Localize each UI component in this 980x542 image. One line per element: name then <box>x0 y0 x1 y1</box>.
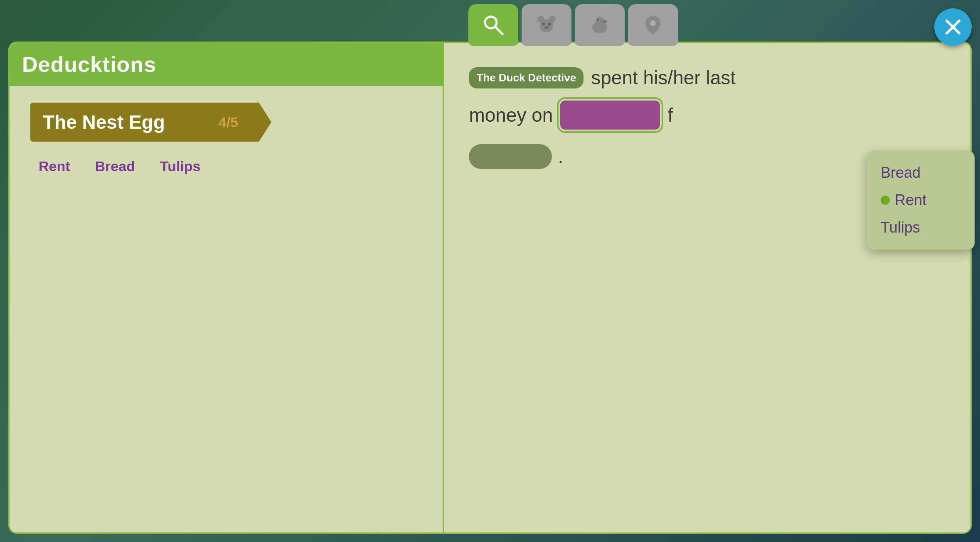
right-page: The Duck Detective spent his/her last mo… <box>444 42 972 534</box>
book-container: Deducktions The Nest Egg 4/5 Rent Bread … <box>8 42 972 534</box>
top-navigation <box>0 0 980 50</box>
location-icon <box>640 12 665 37</box>
left-page: Deducktions The Nest Egg 4/5 Rent Bread … <box>8 42 444 534</box>
dropdown-item-tulips[interactable]: Tulips <box>871 214 970 241</box>
svg-point-12 <box>650 20 656 26</box>
dropdown-item-rent[interactable]: Rent <box>871 186 970 214</box>
svg-line-1 <box>495 27 502 34</box>
search-icon <box>481 12 506 37</box>
nav-tab-location[interactable] <box>628 4 678 46</box>
nav-tab-duck[interactable] <box>575 4 625 46</box>
sentence-part3: f <box>667 101 673 130</box>
text-line-2: money on f <box>469 101 946 130</box>
nav-tab-bear[interactable] <box>522 4 571 46</box>
svg-point-7 <box>544 26 549 29</box>
chapter-progress: 4/5 <box>219 114 255 130</box>
nav-tabs-container <box>468 4 678 46</box>
chapter-banner: The Nest Egg 4/5 <box>30 103 422 142</box>
answer-slot-secondary[interactable] <box>469 144 552 169</box>
svg-point-6 <box>548 23 551 25</box>
svg-point-10 <box>602 20 607 23</box>
svg-point-3 <box>537 16 544 22</box>
clue-tulips[interactable]: Tulips <box>160 158 201 174</box>
sentence-part1: spent his/her last <box>591 64 736 92</box>
bear-icon <box>534 12 559 37</box>
detective-tag: The Duck Detective <box>469 67 584 88</box>
dropdown-item-rent-label: Rent <box>895 191 926 209</box>
svg-point-4 <box>549 16 556 22</box>
deducktions-title: Deducktions <box>22 52 156 76</box>
clue-labels: Rent Bread Tulips <box>30 158 422 174</box>
dropdown-menu: Bread Rent Tulips <box>867 151 975 250</box>
chapter-name: The Nest Egg <box>43 111 165 133</box>
svg-point-11 <box>597 19 599 21</box>
svg-point-5 <box>542 23 545 25</box>
dropdown-item-bread[interactable]: Bread <box>871 159 970 186</box>
clue-bread[interactable]: Bread <box>95 158 135 174</box>
close-icon <box>943 17 963 37</box>
sentence-part2: money on <box>469 101 553 130</box>
duck-icon <box>587 12 612 37</box>
clue-rent[interactable]: Rent <box>39 158 70 174</box>
text-line-1: The Duck Detective spent his/her last <box>469 64 946 92</box>
answer-slot-primary[interactable] <box>560 101 660 130</box>
nav-tab-search[interactable] <box>468 4 518 46</box>
chapter-ribbon: The Nest Egg 4/5 <box>30 103 271 142</box>
left-page-content: The Nest Egg 4/5 Rent Bread Tulips <box>10 86 443 191</box>
sentence-end: . <box>558 142 563 171</box>
close-button[interactable] <box>934 8 972 46</box>
